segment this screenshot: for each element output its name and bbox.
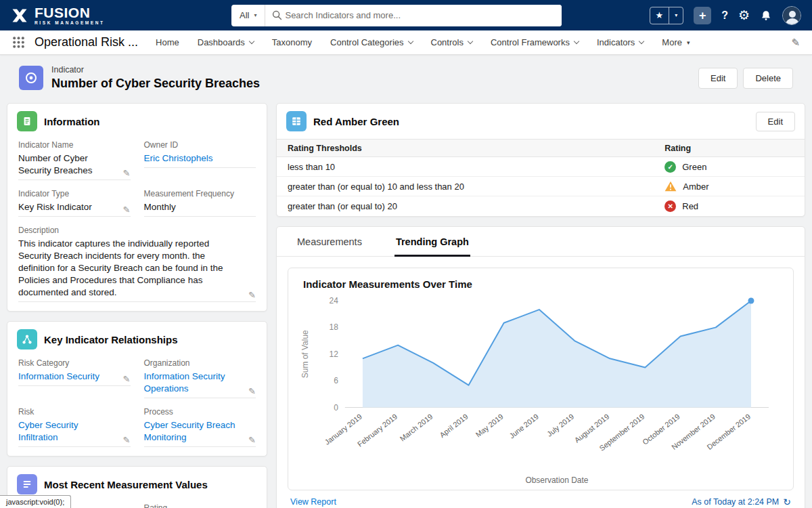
svg-text:0: 0 [334, 403, 338, 412]
svg-text:August 2019: August 2019 [573, 412, 611, 444]
tab-control-categories[interactable]: Control Categories [330, 30, 412, 55]
tab-controls[interactable]: Controls [431, 30, 472, 55]
field-value-text: Key Risk Indicator [18, 202, 92, 212]
tab-label: Dashboards [198, 37, 245, 47]
notifications-bell-icon[interactable] [760, 9, 772, 22]
risk-link[interactable]: Cyber Security Infiltration [18, 420, 78, 442]
favorites-control: ★ ▾ [650, 7, 684, 24]
field-label: Organization [144, 358, 256, 368]
field-label: Measurement Frequency [144, 189, 256, 198]
field-value: Cyber Security Infiltration ✎ [18, 419, 131, 447]
tab-label: More [662, 37, 682, 47]
threshold-cell: greater than (or equal to) 10 and less t… [288, 182, 664, 192]
table-row: greater than (or equal to) 10 and less t… [277, 177, 805, 196]
field-label: Risk Category [18, 358, 131, 368]
fusion-logo-icon [11, 7, 28, 24]
success-check-icon: ✓ [664, 161, 676, 173]
rating-label: Green [682, 162, 706, 172]
tab-taxonomy[interactable]: Taxonomy [272, 30, 312, 55]
refresh-icon[interactable]: ↻ [783, 496, 791, 507]
owner-link[interactable]: Eric Christophels [144, 153, 213, 163]
favorite-star-icon[interactable]: ★ [650, 7, 669, 24]
tab-label: Indicators [597, 37, 635, 47]
search-input[interactable] [285, 5, 562, 26]
tab-measurements[interactable]: Measurements [296, 227, 363, 256]
edit-pencil-icon[interactable]: ✎ [248, 291, 256, 299]
chevron-down-icon [407, 38, 413, 43]
tab-control-frameworks[interactable]: Control Frameworks [491, 30, 579, 55]
field-measurement-frequency: Measurement Frequency Monthly [144, 189, 256, 217]
field-value: Information Security Operations ✎ [144, 371, 256, 398]
svg-text:June 2019: June 2019 [508, 412, 540, 440]
edit-pencil-icon[interactable]: ✎ [123, 436, 131, 444]
field-label: Description [18, 226, 256, 235]
record-actions: Edit Delete [698, 68, 793, 89]
page-title: Number of Cyber Security Breaches [51, 77, 260, 91]
recent-values-card-icon [17, 474, 37, 494]
rag-table-header: Rating Thresholds Rating [277, 139, 805, 157]
global-header: FUSION RISK MANAGEMENT All ▾ ★ ▾ + ? ⚙ [0, 0, 812, 30]
edit-pencil-icon[interactable]: ✎ [248, 436, 256, 444]
search-scope-label: All [240, 10, 249, 20]
card-title: Information [44, 116, 100, 127]
table-row: less than 10 ✓ Green [277, 157, 805, 177]
edit-pencil-icon[interactable]: ✎ [123, 169, 131, 177]
tab-label: Control Categories [330, 37, 403, 47]
field-organization: Organization Information Security Operat… [144, 358, 256, 398]
search-scope-dropdown[interactable]: All ▾ [231, 5, 265, 26]
edit-button[interactable]: Edit [698, 68, 738, 89]
rating-cell: ✕ Red [664, 200, 794, 212]
tab-home[interactable]: Home [156, 30, 179, 55]
search-icon [272, 10, 282, 20]
field-indicator-type: Indicator Type Key Risk Indicator ✎ [18, 189, 131, 217]
left-column: Information Indicator Name Number of Cyb… [7, 103, 267, 508]
edit-navigation-pencil-icon[interactable]: ✎ [791, 37, 800, 49]
field-label: Rating [144, 503, 256, 508]
delete-button[interactable]: Delete [743, 68, 793, 89]
field-label: Owner ID [144, 140, 256, 150]
error-cross-icon: ✕ [664, 200, 676, 212]
svg-text:6: 6 [334, 376, 338, 385]
app-launcher-waffle-icon[interactable] [12, 36, 25, 49]
field-risk: Risk Cyber Security Infiltration ✎ [18, 407, 131, 447]
tab-more[interactable]: More▾ [662, 30, 690, 55]
rag-edit-button[interactable]: Edit [756, 112, 795, 131]
favorites-menu-button[interactable]: ▾ [669, 7, 683, 24]
nav-tabs: Home Dashboards Taxonomy Control Categor… [156, 30, 690, 55]
brand-name: FUSION [35, 6, 105, 20]
view-report-link[interactable]: View Report [290, 497, 336, 507]
tab-indicators[interactable]: Indicators [597, 30, 644, 55]
edit-pencil-icon[interactable]: ✎ [123, 205, 131, 214]
warning-triangle-icon [664, 181, 677, 192]
svg-text:July 2019: July 2019 [545, 412, 575, 438]
process-link[interactable]: Cyber Security Breach Monitoring [144, 420, 235, 442]
edit-pencil-icon[interactable]: ✎ [123, 375, 131, 383]
avatar[interactable] [782, 6, 801, 25]
field-value: Eric Christophels [144, 152, 256, 168]
card-title: Red Amber Green [313, 116, 399, 127]
tab-dashboards[interactable]: Dashboards [198, 30, 254, 55]
field-indicator-name: Indicator Name Number of Cyber Security … [18, 140, 131, 180]
svg-text:Sum of Value: Sum of Value [300, 330, 310, 378]
chart-footer: View Report As of Today at 2:24 PM ↻ [288, 490, 794, 508]
rating-label: Amber [683, 182, 708, 192]
add-icon[interactable]: + [694, 7, 711, 24]
rating-cell: ✓ Green [664, 161, 794, 173]
measurements-tabbar: Measurements Trending Graph [277, 227, 805, 257]
edit-pencil-icon[interactable]: ✎ [248, 387, 256, 396]
field-label: Process [144, 407, 256, 417]
help-icon[interactable]: ? [721, 9, 728, 22]
svg-text:May 2019: May 2019 [474, 412, 505, 439]
chart-title: Indicator Measurements Over Time [303, 278, 784, 290]
organization-link[interactable]: Information Security Operations [144, 371, 225, 394]
field-label: Risk [18, 407, 131, 417]
tab-trending-graph[interactable]: Trending Graph [394, 227, 470, 257]
gear-icon[interactable]: ⚙ [738, 7, 750, 23]
measurements-line-chart[interactable]: 06121824January 2019February 2019March 2… [298, 293, 784, 488]
fusion-logo[interactable]: FUSION RISK MANAGEMENT [11, 6, 214, 25]
risk-category-link[interactable]: Information Security [18, 371, 99, 381]
svg-text:April 2019: April 2019 [438, 412, 469, 440]
field-value: Information Security ✎ [18, 371, 131, 386]
svg-text:18: 18 [330, 322, 339, 332]
field-value-text: Number of Cyber Security Breaches [18, 153, 93, 175]
